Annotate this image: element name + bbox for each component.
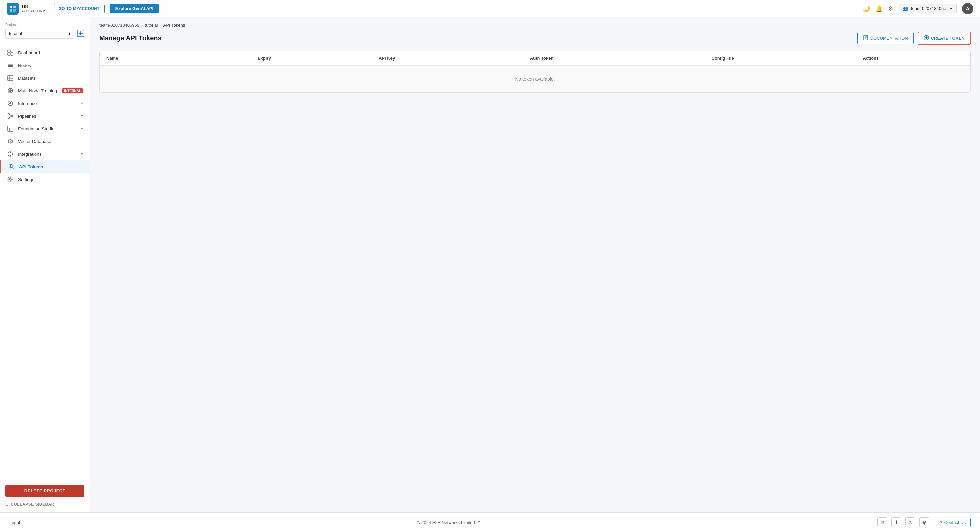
sidebar-item-foundation-studio[interactable]: Foundation Studio ▾ xyxy=(0,122,90,135)
foundation-studio-icon xyxy=(7,126,14,132)
new-project-button[interactable] xyxy=(77,30,84,37)
multi-node-training-icon xyxy=(7,88,14,94)
dark-mode-toggle[interactable]: 🌙 xyxy=(863,5,870,12)
table-empty-message: No token available. xyxy=(100,66,970,92)
sidebar-item-api-tokens[interactable]: API Tokens xyxy=(0,160,90,173)
footer-legal[interactable]: Legal xyxy=(10,520,20,525)
dashboard-icon xyxy=(7,50,14,56)
sidebar-bottom: DELETE PROJECT « COLLAPSE SIDEBAR xyxy=(0,479,90,512)
svg-point-22 xyxy=(8,114,10,115)
breadcrumb-team[interactable]: team-020718405959 xyxy=(99,23,139,28)
footer-right: in f 𝕏 ◉ ? Contact Us xyxy=(877,517,970,527)
sidebar-item-label-multi-node: Multi-Node Training xyxy=(18,88,58,93)
project-dropdown[interactable]: tutorial ▾ xyxy=(5,28,74,39)
topnav-right: 🌙 🔔 ⚙ 👥 team-020718405... ▾ A xyxy=(863,3,973,14)
integrations-icon xyxy=(7,151,14,157)
svg-point-36 xyxy=(10,178,11,180)
vector-database-icon xyxy=(7,139,14,144)
notifications-button[interactable]: 🔔 xyxy=(875,5,883,12)
svg-rect-0 xyxy=(10,6,12,8)
social-links: in f 𝕏 ◉ xyxy=(877,517,929,527)
integrations-chevron-icon: ▾ xyxy=(81,152,83,156)
sidebar-item-label-foundation: Foundation Studio xyxy=(18,126,77,131)
svg-rect-7 xyxy=(8,53,10,55)
svg-point-24 xyxy=(8,117,10,119)
collapse-sidebar-button[interactable]: « COLLAPSE SIDEBAR xyxy=(5,502,84,507)
table-header: Name Expiry API Key Auth Token Config Fi… xyxy=(100,51,970,66)
sidebar-item-vector-database[interactable]: Vector Database xyxy=(0,135,90,148)
breadcrumb-project[interactable]: tutorial xyxy=(145,23,158,28)
sidebar-item-nodes[interactable]: Nodes xyxy=(0,59,90,72)
create-token-button[interactable]: CREATE TOKEN xyxy=(918,32,970,45)
delete-project-button[interactable]: DELETE PROJECT xyxy=(5,485,84,497)
sidebar-item-settings[interactable]: Settings xyxy=(0,173,90,186)
sidebar-item-label-datasets: Datasets xyxy=(18,76,83,81)
main-layout: Project tutorial ▾ xyxy=(0,18,980,512)
breadcrumb: team-020718405959 › tutorial › API Token… xyxy=(90,18,980,30)
logo-text: TIR AI PLATFORM xyxy=(21,4,46,13)
svg-rect-25 xyxy=(8,126,13,131)
project-chevron-icon: ▾ xyxy=(68,31,71,36)
sidebar-item-label-dashboard: Dashboard xyxy=(18,50,83,55)
explore-genai-button[interactable]: Explore GenAI API xyxy=(110,4,159,13)
datasets-icon xyxy=(7,75,14,81)
team-selector[interactable]: 👥 team-020718405... ▾ xyxy=(899,4,957,13)
documentation-button[interactable]: DOCUMENTATION xyxy=(858,32,914,44)
svg-point-35 xyxy=(10,165,11,167)
nodes-icon xyxy=(7,62,14,68)
team-chevron-icon: ▾ xyxy=(950,6,952,11)
sidebar-item-label-vector-db: Vector Database xyxy=(18,139,83,144)
contact-us-label: Contact Us xyxy=(944,520,966,525)
sidebar-item-integrations[interactable]: Integrations ▾ xyxy=(0,148,90,160)
foundation-chevron-icon: ▾ xyxy=(81,126,83,131)
col-actions: Actions xyxy=(863,56,964,61)
top-navigation: TIR AI PLATFORM GO TO MYACCOUNT Explore … xyxy=(0,0,980,18)
documentation-label: DOCUMENTATION xyxy=(870,36,908,41)
svg-rect-9 xyxy=(8,64,13,65)
footer-copyright: © 2024 E2E Networks Limited ™ xyxy=(417,520,480,525)
sidebar: Project tutorial ▾ xyxy=(0,18,90,512)
contact-icon: ? xyxy=(940,520,942,525)
team-name: team-020718405... xyxy=(911,6,947,11)
col-api-key: API Key xyxy=(379,56,530,61)
svg-rect-5 xyxy=(8,50,10,53)
breadcrumb-current: API Tokens xyxy=(163,23,185,28)
svg-point-21 xyxy=(10,102,11,104)
sidebar-item-dashboard[interactable]: Dashboard xyxy=(0,46,90,59)
svg-rect-10 xyxy=(8,65,13,66)
twitter-icon[interactable]: 𝕏 xyxy=(905,517,915,527)
sidebar-item-inference[interactable]: Inference ▾ xyxy=(0,97,90,110)
create-token-label: CREATE TOKEN xyxy=(931,36,965,41)
col-auth-token: Auth Token xyxy=(530,56,712,61)
user-avatar[interactable]: A xyxy=(962,3,973,14)
svg-rect-1 xyxy=(13,6,16,8)
api-tokens-icon xyxy=(8,164,15,170)
settings-button[interactable]: ⚙ xyxy=(888,5,893,12)
sidebar-item-label-nodes: Nodes xyxy=(18,63,83,68)
sidebar-item-pipelines[interactable]: Pipelines ▾ xyxy=(0,110,90,122)
doc-icon xyxy=(863,35,868,41)
myaccount-button[interactable]: GO TO MYACCOUNT xyxy=(54,4,105,13)
col-expiry: Expiry xyxy=(258,56,379,61)
footer: Legal © 2024 E2E Networks Limited ™ in f… xyxy=(0,512,980,532)
facebook-icon[interactable]: f xyxy=(891,517,901,527)
page-header: Manage API Tokens DOCUMENTATION CREATE T… xyxy=(90,30,980,51)
sidebar-item-multi-node-training[interactable]: Multi-Node Training Internal xyxy=(0,84,90,97)
svg-rect-12 xyxy=(8,75,13,81)
logo-icon xyxy=(7,3,19,15)
svg-rect-3 xyxy=(13,9,16,12)
rss-icon[interactable]: ◉ xyxy=(920,517,929,527)
team-icon: 👥 xyxy=(903,6,908,11)
linkedin-icon[interactable]: in xyxy=(877,517,887,527)
logo: TIR AI PLATFORM xyxy=(7,3,46,15)
settings-nav-icon xyxy=(7,176,14,182)
sidebar-item-label-settings: Settings xyxy=(18,177,83,182)
inference-chevron-icon: ▾ xyxy=(81,101,83,106)
sidebar-item-label-integrations: Integrations xyxy=(18,152,77,157)
svg-rect-2 xyxy=(10,9,12,12)
contact-us-button[interactable]: ? Contact Us xyxy=(935,518,970,527)
project-label: Project xyxy=(5,23,84,27)
sidebar-item-datasets[interactable]: Datasets xyxy=(0,72,90,84)
api-tokens-table: Name Expiry API Key Auth Token Config Fi… xyxy=(99,51,970,93)
inference-icon xyxy=(7,100,14,106)
